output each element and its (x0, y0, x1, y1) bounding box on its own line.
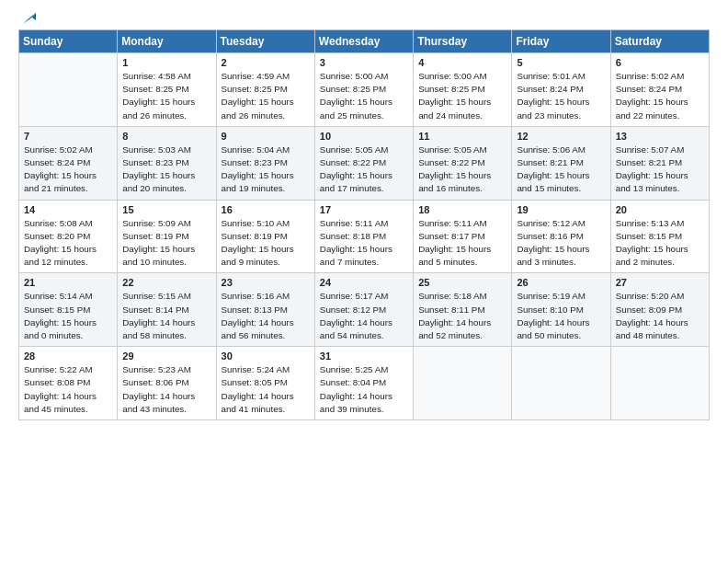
day-number: 25 (418, 277, 506, 288)
day-info: Sunrise: 5:23 AM Sunset: 8:06 PM Dayligh… (122, 363, 210, 416)
day-info: Sunrise: 5:11 AM Sunset: 8:17 PM Dayligh… (418, 217, 506, 270)
day-info: Sunrise: 5:02 AM Sunset: 8:24 PM Dayligh… (616, 70, 704, 122)
day-number: 30 (222, 350, 310, 362)
day-number: 29 (122, 350, 210, 362)
calendar-cell: 15Sunrise: 5:09 AM Sunset: 8:19 PM Dayli… (118, 200, 216, 273)
calendar-cell: 25Sunrise: 5:18 AM Sunset: 8:11 PM Dayli… (414, 273, 512, 347)
day-number: 8 (122, 131, 210, 142)
day-info: Sunrise: 5:07 AM Sunset: 8:21 PM Dayligh… (616, 144, 704, 196)
calendar-cell: 2Sunrise: 4:59 AM Sunset: 8:25 PM Daylig… (216, 53, 314, 127)
day-number: 5 (517, 57, 605, 68)
day-number: 28 (24, 350, 112, 362)
calendar-cell: 7Sunrise: 5:02 AM Sunset: 8:24 PM Daylig… (19, 126, 118, 200)
day-info: Sunrise: 5:09 AM Sunset: 8:19 PM Dayligh… (122, 217, 210, 270)
calendar-cell: 6Sunrise: 5:02 AM Sunset: 8:24 PM Daylig… (610, 53, 709, 127)
day-info: Sunrise: 5:25 AM Sunset: 8:04 PM Dayligh… (320, 363, 408, 416)
weekday-header: Saturday (610, 30, 709, 53)
calendar-table: SundayMondayTuesdayWednesdayThursdayFrid… (18, 29, 710, 420)
day-number: 12 (517, 131, 605, 142)
logo-bird-icon (19, 11, 36, 28)
calendar-cell: 3Sunrise: 5:00 AM Sunset: 8:25 PM Daylig… (314, 53, 413, 127)
day-info: Sunrise: 5:06 AM Sunset: 8:21 PM Dayligh… (517, 144, 605, 196)
calendar-cell: 11Sunrise: 5:05 AM Sunset: 8:22 PM Dayli… (414, 126, 512, 200)
calendar-cell: 8Sunrise: 5:03 AM Sunset: 8:23 PM Daylig… (118, 126, 216, 200)
calendar-cell: 12Sunrise: 5:06 AM Sunset: 8:21 PM Dayli… (512, 126, 610, 200)
weekday-header: Monday (118, 30, 216, 53)
calendar-cell (414, 347, 512, 420)
day-info: Sunrise: 5:14 AM Sunset: 8:15 PM Dayligh… (24, 290, 112, 342)
day-info: Sunrise: 5:04 AM Sunset: 8:23 PM Dayligh… (222, 144, 310, 196)
calendar-cell: 16Sunrise: 5:10 AM Sunset: 8:19 PM Dayli… (216, 200, 314, 273)
calendar-cell: 10Sunrise: 5:05 AM Sunset: 8:22 PM Dayli… (314, 126, 413, 200)
day-info: Sunrise: 5:15 AM Sunset: 8:14 PM Dayligh… (122, 290, 210, 342)
day-number: 18 (418, 204, 506, 215)
calendar-cell: 21Sunrise: 5:14 AM Sunset: 8:15 PM Dayli… (19, 273, 118, 347)
day-number: 2 (222, 57, 310, 68)
calendar-cell: 23Sunrise: 5:16 AM Sunset: 8:13 PM Dayli… (216, 273, 314, 347)
day-number: 21 (24, 277, 112, 288)
calendar-cell (512, 347, 610, 420)
calendar-cell: 30Sunrise: 5:24 AM Sunset: 8:05 PM Dayli… (216, 347, 314, 420)
weekday-header: Friday (512, 30, 610, 53)
day-number: 22 (122, 277, 210, 288)
day-number: 24 (320, 277, 408, 288)
calendar-cell: 1Sunrise: 4:58 AM Sunset: 8:25 PM Daylig… (118, 53, 216, 127)
calendar-week-row: 1Sunrise: 4:58 AM Sunset: 8:25 PM Daylig… (19, 53, 710, 127)
day-number: 6 (616, 57, 704, 68)
day-info: Sunrise: 5:11 AM Sunset: 8:18 PM Dayligh… (320, 217, 408, 270)
calendar-week-row: 14Sunrise: 5:08 AM Sunset: 8:20 PM Dayli… (19, 200, 710, 273)
calendar-cell: 18Sunrise: 5:11 AM Sunset: 8:17 PM Dayli… (414, 200, 512, 273)
weekday-header: Wednesday (314, 30, 413, 53)
day-info: Sunrise: 5:12 AM Sunset: 8:16 PM Dayligh… (517, 217, 605, 270)
day-info: Sunrise: 5:19 AM Sunset: 8:10 PM Dayligh… (517, 290, 605, 342)
day-number: 4 (418, 57, 506, 68)
calendar-cell: 20Sunrise: 5:13 AM Sunset: 8:15 PM Dayli… (610, 200, 709, 273)
calendar-cell: 13Sunrise: 5:07 AM Sunset: 8:21 PM Dayli… (610, 126, 709, 200)
day-number: 27 (616, 277, 704, 288)
day-info: Sunrise: 5:22 AM Sunset: 8:08 PM Dayligh… (24, 363, 112, 416)
header (18, 15, 710, 24)
weekday-header-row: SundayMondayTuesdayWednesdayThursdayFrid… (19, 30, 710, 53)
calendar-cell (19, 53, 118, 127)
day-info: Sunrise: 5:08 AM Sunset: 8:20 PM Dayligh… (24, 217, 112, 270)
day-info: Sunrise: 5:17 AM Sunset: 8:12 PM Dayligh… (320, 290, 408, 342)
day-info: Sunrise: 5:24 AM Sunset: 8:05 PM Dayligh… (222, 363, 310, 416)
calendar-page: SundayMondayTuesdayWednesdayThursdayFrid… (0, 0, 728, 563)
day-number: 26 (517, 277, 605, 288)
calendar-cell: 9Sunrise: 5:04 AM Sunset: 8:23 PM Daylig… (216, 126, 314, 200)
day-info: Sunrise: 5:00 AM Sunset: 8:25 PM Dayligh… (320, 70, 408, 122)
calendar-cell: 28Sunrise: 5:22 AM Sunset: 8:08 PM Dayli… (19, 347, 118, 420)
day-info: Sunrise: 4:59 AM Sunset: 8:25 PM Dayligh… (222, 70, 310, 122)
day-number: 20 (616, 204, 704, 215)
calendar-cell: 17Sunrise: 5:11 AM Sunset: 8:18 PM Dayli… (314, 200, 413, 273)
day-number: 3 (320, 57, 408, 68)
calendar-cell: 24Sunrise: 5:17 AM Sunset: 8:12 PM Dayli… (314, 273, 413, 347)
weekday-header: Sunday (19, 30, 118, 53)
day-info: Sunrise: 5:05 AM Sunset: 8:22 PM Dayligh… (320, 144, 408, 196)
day-number: 19 (517, 204, 605, 215)
day-number: 13 (616, 131, 704, 142)
day-info: Sunrise: 5:10 AM Sunset: 8:19 PM Dayligh… (222, 217, 310, 270)
calendar-cell: 27Sunrise: 5:20 AM Sunset: 8:09 PM Dayli… (610, 273, 709, 347)
calendar-cell: 19Sunrise: 5:12 AM Sunset: 8:16 PM Dayli… (512, 200, 610, 273)
day-number: 10 (320, 131, 408, 142)
day-info: Sunrise: 5:02 AM Sunset: 8:24 PM Dayligh… (24, 144, 112, 196)
day-info: Sunrise: 5:03 AM Sunset: 8:23 PM Dayligh… (122, 144, 210, 196)
calendar-cell: 14Sunrise: 5:08 AM Sunset: 8:20 PM Dayli… (19, 200, 118, 273)
day-number: 7 (24, 131, 112, 142)
calendar-cell: 26Sunrise: 5:19 AM Sunset: 8:10 PM Dayli… (512, 273, 610, 347)
day-number: 11 (418, 131, 506, 142)
day-info: Sunrise: 5:01 AM Sunset: 8:24 PM Dayligh… (517, 70, 605, 122)
calendar-cell: 29Sunrise: 5:23 AM Sunset: 8:06 PM Dayli… (118, 347, 216, 420)
calendar-week-row: 7Sunrise: 5:02 AM Sunset: 8:24 PM Daylig… (19, 126, 710, 200)
calendar-cell: 22Sunrise: 5:15 AM Sunset: 8:14 PM Dayli… (118, 273, 216, 347)
day-number: 9 (222, 131, 310, 142)
day-info: Sunrise: 5:13 AM Sunset: 8:15 PM Dayligh… (616, 217, 704, 270)
calendar-cell (610, 347, 709, 420)
calendar-week-row: 28Sunrise: 5:22 AM Sunset: 8:08 PM Dayli… (19, 347, 710, 420)
calendar-week-row: 21Sunrise: 5:14 AM Sunset: 8:15 PM Dayli… (19, 273, 710, 347)
logo (18, 15, 36, 24)
day-info: Sunrise: 5:18 AM Sunset: 8:11 PM Dayligh… (418, 290, 506, 342)
day-number: 17 (320, 204, 408, 215)
weekday-header: Tuesday (216, 30, 314, 53)
